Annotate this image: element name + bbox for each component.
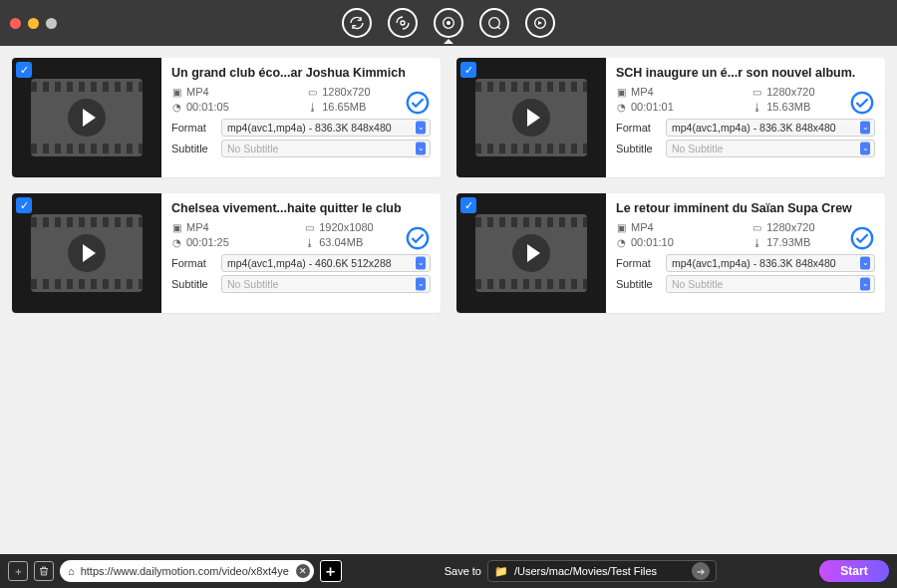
- select-checkbox[interactable]: ✓: [16, 197, 32, 213]
- duration-icon: ◔: [171, 102, 182, 113]
- download-tab-icon[interactable]: [434, 8, 463, 38]
- select-checkbox[interactable]: ✓: [16, 62, 32, 78]
- duration-icon: ◔: [616, 237, 627, 248]
- minimize-window[interactable]: [28, 18, 39, 29]
- video-resolution: 1280x720: [766, 221, 814, 233]
- toolbar: [342, 8, 555, 38]
- size-icon: ⭳: [304, 237, 315, 248]
- video-size: 17.93MB: [766, 236, 810, 248]
- delete-icon[interactable]: [34, 561, 54, 581]
- video-size: 16.65MB: [322, 101, 366, 113]
- svg-point-7: [408, 228, 428, 248]
- video-duration: 00:01:01: [631, 101, 674, 113]
- size-icon: ⭳: [751, 102, 762, 113]
- convert-icon[interactable]: [388, 8, 418, 38]
- video-title: Un grand club éco...ar Joshua Kimmich: [171, 66, 431, 80]
- status-ok-icon[interactable]: [849, 225, 875, 251]
- save-to-label: Save to: [445, 565, 481, 577]
- url-input[interactable]: ⌂ https://www.dailymotion.com/video/x8xt…: [60, 560, 314, 582]
- video-resolution: 1920x1080: [319, 221, 373, 233]
- add-icon[interactable]: ＋: [8, 561, 28, 581]
- video-card: ✓ Le retour imminent du Saïan Supa Crew …: [456, 193, 885, 313]
- filmstrip-icon: [475, 79, 587, 156]
- video-resolution: 1280x720: [766, 86, 814, 98]
- format-select[interactable]: mp4(avc1,mp4a) - 836.3K 848x480⌃⌄: [666, 254, 875, 272]
- url-text: https://www.dailymotion.com/video/x8xt4y…: [81, 565, 290, 577]
- select-checkbox[interactable]: ✓: [460, 62, 476, 78]
- video-type: MP4: [631, 221, 654, 233]
- video-card: ✓ SCH inaugure un é...r son nouvel album…: [456, 58, 885, 177]
- video-size: 15.63MB: [766, 101, 810, 113]
- zoom-window[interactable]: [46, 18, 57, 29]
- bottom-bar: ＋ ⌂ https://www.dailymotion.com/video/x8…: [0, 554, 897, 588]
- size-icon: ⭳: [307, 102, 318, 113]
- play-icon: [512, 99, 550, 137]
- clear-url-icon[interactable]: ✕: [296, 564, 310, 578]
- size-icon: ⭳: [751, 237, 762, 248]
- format-label: Format: [616, 122, 660, 134]
- subtitle-label: Subtitle: [616, 278, 660, 290]
- resolution-icon: ▭: [751, 87, 762, 98]
- video-card: ✓ Chelsea vivement...haite quitter le cl…: [12, 193, 441, 313]
- video-title: Le retour imminent du Saïan Supa Crew: [616, 201, 875, 215]
- subtitle-select[interactable]: No Subtitle⌃⌄: [221, 275, 431, 293]
- path-text: /Users/mac/Movies/Test Files: [514, 565, 657, 577]
- subtitle-label: Subtitle: [171, 143, 215, 154]
- video-resolution: 1280x720: [322, 86, 370, 98]
- media-icon[interactable]: [525, 8, 555, 38]
- video-duration: 00:01:25: [186, 236, 229, 248]
- video-card: ✓ Un grand club éco...ar Joshua Kimmich …: [12, 58, 441, 177]
- svg-point-2: [448, 22, 450, 25]
- subtitle-label: Subtitle: [171, 278, 215, 290]
- save-path-input[interactable]: 📁/Users/mac/Movies/Test Files ➔: [487, 560, 717, 582]
- video-type: MP4: [631, 86, 654, 98]
- video-type-icon: ▣: [171, 222, 182, 233]
- video-list: ✓ Un grand club éco...ar Joshua Kimmich …: [0, 46, 897, 554]
- close-window[interactable]: [10, 18, 21, 29]
- video-type: MP4: [186, 221, 209, 233]
- video-duration: 00:01:05: [186, 101, 229, 113]
- resolution-icon: ▭: [751, 222, 762, 233]
- subtitle-select[interactable]: No Subtitle⌃⌄: [221, 140, 431, 157]
- open-folder-icon[interactable]: ➔: [692, 562, 710, 580]
- status-ok-icon[interactable]: [405, 225, 431, 251]
- filmstrip-icon: [31, 214, 143, 292]
- resolution-icon: ▭: [307, 87, 318, 98]
- format-select[interactable]: mp4(avc1,mp4a) - 460.6K 512x288⌃⌄: [221, 254, 431, 272]
- play-icon: [68, 234, 106, 272]
- window-controls: [10, 18, 57, 29]
- video-type: MP4: [186, 86, 209, 98]
- subtitle-select[interactable]: No Subtitle⌃⌄: [666, 140, 875, 157]
- subtitle-label: Subtitle: [616, 143, 660, 154]
- video-thumbnail[interactable]: ✓: [12, 58, 161, 177]
- video-duration: 00:01:10: [631, 236, 674, 248]
- video-thumbnail[interactable]: ✓: [456, 193, 606, 313]
- video-type-icon: ▣: [616, 87, 627, 98]
- video-size: 63.04MB: [319, 236, 363, 248]
- video-title: Chelsea vivement...haite quitter le club: [171, 201, 431, 215]
- record-icon[interactable]: [479, 8, 509, 38]
- video-thumbnail[interactable]: ✓: [456, 58, 606, 177]
- refresh-icon[interactable]: [342, 8, 372, 38]
- video-thumbnail[interactable]: ✓: [12, 193, 161, 313]
- format-label: Format: [171, 122, 215, 134]
- format-select[interactable]: mp4(avc1,mp4a) - 836.3K 848x480⌃⌄: [666, 119, 875, 137]
- play-icon: [512, 234, 550, 272]
- duration-icon: ◔: [171, 237, 182, 248]
- subtitle-select[interactable]: No Subtitle⌃⌄: [666, 275, 875, 293]
- video-type-icon: ▣: [171, 87, 182, 98]
- video-type-icon: ▣: [616, 222, 627, 233]
- play-icon: [68, 99, 106, 137]
- resolution-icon: ▭: [304, 222, 315, 233]
- svg-point-8: [852, 228, 872, 248]
- svg-point-6: [852, 93, 872, 113]
- home-icon: ⌂: [68, 565, 75, 577]
- filmstrip-icon: [475, 214, 587, 292]
- format-select[interactable]: mp4(avc1,mp4a) - 836.3K 848x480⌃⌄: [221, 119, 431, 137]
- add-url-button[interactable]: ＋: [320, 560, 342, 582]
- select-checkbox[interactable]: ✓: [460, 197, 476, 213]
- status-ok-icon[interactable]: [849, 90, 875, 116]
- status-ok-icon[interactable]: [405, 90, 431, 116]
- start-button[interactable]: Start: [819, 560, 889, 582]
- svg-point-5: [408, 93, 428, 113]
